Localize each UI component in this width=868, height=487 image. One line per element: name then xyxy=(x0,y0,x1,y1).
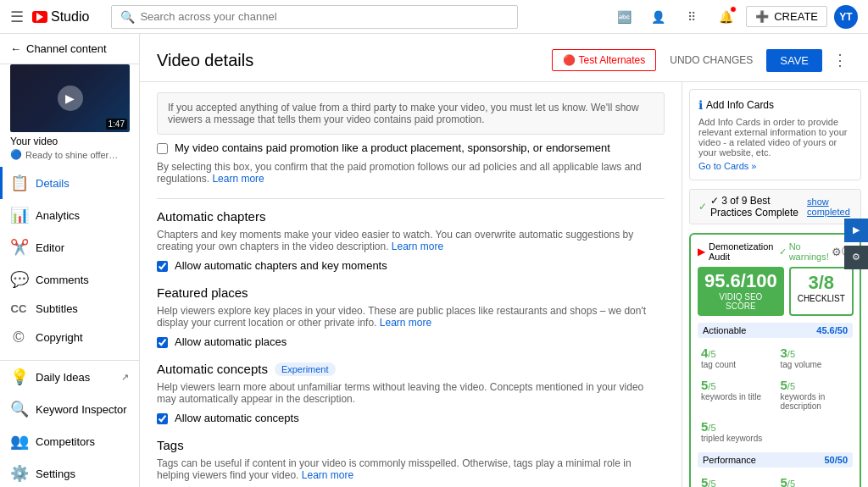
save-button[interactable]: SAVE xyxy=(766,49,822,72)
experiment-badge: Experiment xyxy=(275,362,336,376)
sidebar-item-details[interactable]: 📋 Details xyxy=(0,167,139,199)
sidebar-item-competitors[interactable]: 👥 Competitors xyxy=(0,425,139,457)
actionable-label: Actionable xyxy=(703,325,746,335)
checklist-number: 3 xyxy=(808,272,818,293)
editor-icon: ✂️ xyxy=(10,238,27,257)
keyword-icon: 🔍 xyxy=(10,400,27,418)
metric-tag-count: 4/5 tag count xyxy=(698,343,774,372)
tags-section: Tags Tags can be useful if content in yo… xyxy=(157,438,665,487)
checklist-denom: /8 xyxy=(819,272,834,293)
main-content: Video details 🔴 Test Alternates UNDO CHA… xyxy=(140,34,868,487)
featured-places-section: Featured places Help viewers explore key… xyxy=(157,285,665,348)
vidiq-icon: ▶ xyxy=(698,246,705,257)
vidiq-gear-icon[interactable]: ⚙ xyxy=(832,246,842,258)
vidiq-float-btn-2[interactable]: ⚙ xyxy=(844,246,868,269)
undo-changes-button[interactable]: UNDO CHANGES xyxy=(663,50,760,70)
seo-score-number: 95.6 xyxy=(704,270,741,291)
more-options-button[interactable]: ⋮ xyxy=(829,47,851,73)
promo-notice: If you accepted anything of value from a… xyxy=(157,92,665,135)
auto-concepts-desc: Help viewers learn more about unfamiliar… xyxy=(157,381,665,405)
sidebar-item-daily-ideas[interactable]: 💡 Daily Ideas ↗ xyxy=(0,361,139,393)
checklist-score-value: 3/8 xyxy=(798,274,845,292)
sidebar-item-label-subtitles: Subtitles xyxy=(36,302,78,315)
main-header: Video details 🔴 Test Alternates UNDO CHA… xyxy=(140,34,868,82)
test-alternates-button[interactable]: 🔴 Test Alternates xyxy=(552,49,657,71)
search-icon: 🔍 xyxy=(120,10,135,24)
metric-high-volume-tags: 5/5 high volume ranked tags xyxy=(777,473,854,487)
sidebar: ← Channel content ▶ 1:47 Your video 🔵 Re… xyxy=(0,34,140,487)
seo-score-label: VIDIQ SEO SCORE xyxy=(704,292,777,311)
sidebar-item-label-competitors: Competitors xyxy=(36,435,95,448)
top-nav: ☰ Studio 🔍 🔤 👤 ⠿ 🔔 ➕ CREATE YT xyxy=(0,0,868,34)
show-completed-link[interactable]: show completed xyxy=(807,196,852,217)
sidebar-video-status-text: Ready to shine offer: Our Ready to s... xyxy=(25,150,119,160)
search-bar[interactable]: 🔍 xyxy=(111,5,518,29)
auto-chapters-checkbox[interactable] xyxy=(157,261,168,272)
create-label: CREATE xyxy=(774,10,818,23)
logo[interactable]: Studio xyxy=(32,9,89,25)
auto-concepts-title: Automatic concepts Experiment xyxy=(157,362,665,376)
actionable-metrics-grid: 4/5 tag count 3/5 tag volume 5/5 keyword… xyxy=(698,343,853,445)
content-area: If you accepted anything of value from a… xyxy=(140,82,868,487)
youtube-logo xyxy=(32,11,47,23)
paid-promo-note: By selecting this box, you confirm that … xyxy=(157,161,665,185)
info-cards-card: ℹ Add Info Cards Add Info Cards in order… xyxy=(689,89,861,180)
sidebar-item-comments[interactable]: 💬 Comments xyxy=(0,263,139,296)
sidebar-item-label-settings: Settings xyxy=(36,468,75,480)
vidiq-scores: 95.6/100 VIDIQ SEO SCORE 3/8 CHECKLIST xyxy=(698,267,853,316)
metric-ranked-tags: 5/5 ranked tags xyxy=(698,473,774,487)
notification-badge xyxy=(730,6,737,13)
sidebar-item-copyright[interactable]: © Copyright xyxy=(0,322,139,353)
best-practices-label: ✓ 3 of 9 Best Practices Complete xyxy=(710,195,807,219)
featured-places-title: Featured places xyxy=(157,285,665,300)
paid-promo-learn-more-link[interactable]: Learn more xyxy=(212,173,264,185)
go-to-cards-link[interactable]: Go to Cards » xyxy=(698,161,852,171)
avatar[interactable]: YT xyxy=(834,5,858,29)
sidebar-item-label-keyword: Keyword Inspector xyxy=(36,403,127,416)
auto-concepts-checkbox[interactable] xyxy=(157,413,168,424)
vidiq-checklist-score-card: 3/8 CHECKLIST xyxy=(789,267,854,316)
paid-promo-checkbox-row: My video contains paid promotion like a … xyxy=(157,141,665,154)
vidiq-float-btn-1[interactable]: ▶ xyxy=(844,219,868,242)
featured-places-learn-more-link[interactable]: Learn more xyxy=(380,317,431,329)
menu-icon[interactable]: ☰ xyxy=(10,8,24,26)
copyright-icon: © xyxy=(10,329,27,346)
sidebar-item-settings[interactable]: ⚙️ Settings xyxy=(0,457,139,487)
details-icon: 📋 xyxy=(10,174,27,192)
auto-chapters-learn-more-link[interactable]: Learn more xyxy=(392,241,443,252)
sidebar-item-label-comments: Comments xyxy=(36,274,89,286)
subtitle-icon[interactable]: 🔤 xyxy=(610,3,637,30)
help-icon[interactable]: 👤 xyxy=(644,3,671,30)
paid-promo-checkbox[interactable] xyxy=(157,143,168,154)
daily-ideas-icon: 💡 xyxy=(10,368,27,386)
sidebar-item-keyword-inspector[interactable]: 🔍 Keyword Inspector xyxy=(0,393,139,425)
search-input[interactable] xyxy=(140,10,509,23)
create-button[interactable]: ➕ CREATE xyxy=(746,6,827,27)
create-icon: ➕ xyxy=(755,10,769,23)
sidebar-video-title: Your video xyxy=(10,136,129,147)
sidebar-item-analytics[interactable]: 📊 Analytics xyxy=(0,199,139,231)
actionable-score: 45.6/50 xyxy=(816,325,848,335)
featured-places-checkbox[interactable] xyxy=(157,337,168,348)
page-title: Video details xyxy=(157,51,253,70)
content-left: If you accepted anything of value from a… xyxy=(140,82,682,487)
apps-icon[interactable]: ⠿ xyxy=(678,3,705,30)
tags-learn-more-link[interactable]: Learn more xyxy=(302,469,353,481)
sidebar-video-preview: ▶ 1:47 Your video 🔵 Ready to shine offer… xyxy=(0,64,139,167)
back-icon: ← xyxy=(10,42,21,55)
sidebar-item-editor[interactable]: ✂️ Editor xyxy=(0,231,139,263)
performance-metrics-grid: 5/5 ranked tags 5/5 high volume ranked t… xyxy=(698,473,853,487)
sidebar-back-button[interactable]: ← Channel content xyxy=(0,34,139,64)
actionable-section-header: Actionable 45.6/50 xyxy=(698,323,853,338)
sidebar-item-label-editor: Editor xyxy=(36,241,64,254)
auto-chapters-checkbox-row: Allow automatic chapters and key moments xyxy=(157,259,665,272)
auto-concepts-checkbox-label: Allow automatic concepts xyxy=(175,412,299,424)
best-practices-bar: ✓ ✓ 3 of 9 Best Practices Complete show … xyxy=(689,189,861,224)
check-icon-vidiq: ✓ xyxy=(779,246,787,257)
content-right: ℹ Add Info Cards Add Info Cards in order… xyxy=(682,82,868,487)
sidebar-item-subtitles[interactable]: CC Subtitles xyxy=(0,296,139,322)
info-cards-icon: ℹ xyxy=(698,98,703,112)
metric-tag-volume: 3/5 tag volume xyxy=(777,343,854,372)
notifications-icon[interactable]: 🔔 xyxy=(712,3,739,30)
nav-icons: 🔤 👤 ⠿ 🔔 ➕ CREATE YT xyxy=(610,3,858,30)
